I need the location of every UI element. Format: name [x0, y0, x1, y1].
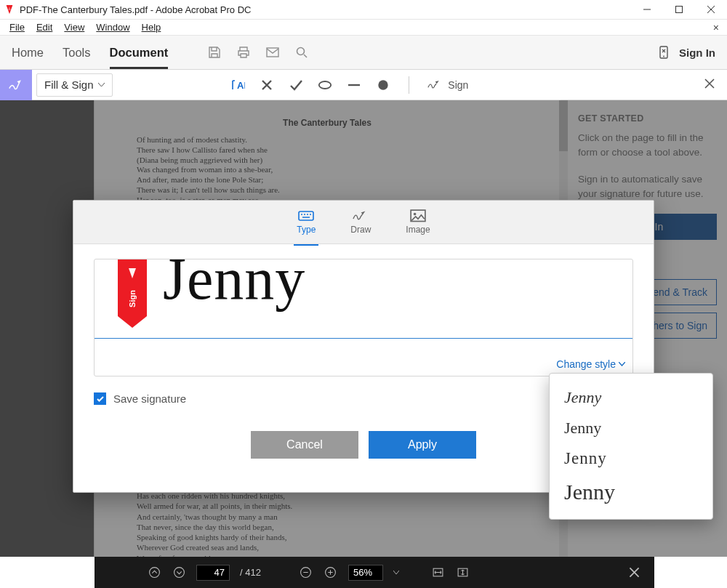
save-signature-checkbox[interactable] [94, 392, 106, 405]
menu-close-icon[interactable]: × [713, 22, 723, 33]
style-option-0[interactable]: Jenny [550, 382, 712, 413]
style-popover: Jenny Jenny Jenny Jenny [549, 373, 713, 520]
svg-rect-1 [267, 48, 278, 57]
window-title: PDF-The Canterbury Tales.pdf - Adobe Acr… [20, 4, 251, 15]
chevron-down-icon [619, 362, 625, 366]
image-icon [410, 209, 426, 222]
dialog-tab-type-label: Type [297, 225, 316, 235]
svg-rect-14 [299, 212, 313, 220]
sign-in-label: Sign In [679, 47, 715, 59]
zoom-input[interactable]: 56% [348, 565, 383, 581]
fit-width-icon[interactable] [431, 565, 446, 580]
title-bar: PDF-The Canterbury Tales.pdf - Adobe Acr… [0, 0, 727, 20]
svg-point-9 [174, 568, 184, 578]
svg-point-6 [319, 81, 331, 89]
style-option-1[interactable]: Jenny [550, 413, 712, 443]
bottom-bar: / 412 56% [95, 557, 654, 588]
close-button[interactable] [695, 0, 727, 20]
dialog-tabs: Type Draw Image [73, 201, 654, 244]
fill-sign-toolbar: Fill & Sign Ab Sign [0, 70, 727, 100]
sign-in[interactable]: Sign In [656, 44, 715, 60]
save-signature-label: Save signature [113, 392, 186, 405]
menu-view[interactable]: View [58, 22, 90, 33]
menu-bar: File Edit View Window Help × [0, 20, 727, 36]
search-icon[interactable] [294, 44, 310, 60]
cancel-button[interactable]: Cancel [251, 431, 358, 459]
svg-point-8 [149, 568, 159, 578]
top-nav: Home Tools Document Sign In [0, 36, 727, 70]
fit-page-icon[interactable] [456, 565, 470, 580]
keyboard-icon [298, 209, 314, 222]
page-up-icon[interactable] [147, 565, 161, 580]
acrobat-ribbon-icon [126, 267, 139, 280]
dialog-tab-image-label: Image [406, 225, 430, 235]
page-number-input[interactable] [196, 565, 230, 581]
apply-button[interactable]: Apply [369, 431, 476, 459]
chevron-down-icon [98, 83, 105, 87]
signature-baseline [95, 338, 632, 339]
change-style-link[interactable]: Change style [556, 358, 625, 370]
tab-tools[interactable]: Tools [63, 46, 91, 60]
svg-point-4 [663, 56, 664, 57]
dialog-tab-image[interactable]: Image [404, 206, 431, 238]
svg-text:Ab: Ab [237, 80, 245, 91]
tab-home[interactable]: Home [12, 46, 44, 60]
close-toolbar-icon[interactable] [704, 78, 715, 92]
sign-ribbon-label: Sign [128, 290, 137, 307]
mail-icon[interactable] [265, 44, 281, 60]
change-style-label: Change style [556, 358, 616, 370]
sign-button[interactable]: Sign [427, 77, 468, 93]
print-icon[interactable] [236, 44, 252, 60]
fill-tools: Ab Sign [230, 76, 468, 94]
fill-sign-dropdown[interactable]: Fill & Sign [36, 73, 113, 97]
signature-input-area[interactable]: Sign Jenny Change style [94, 259, 633, 376]
chevron-down-icon[interactable] [393, 571, 399, 575]
menu-edit[interactable]: Edit [31, 22, 58, 33]
bottom-close-icon[interactable] [627, 565, 641, 580]
mobile-sync-icon [656, 44, 672, 60]
dialog-tab-draw-label: Draw [350, 225, 371, 235]
signature-preview: Jenny [163, 245, 305, 313]
minimize-button[interactable] [631, 0, 663, 20]
page-down-icon[interactable] [172, 565, 186, 580]
line-icon[interactable] [346, 77, 362, 93]
sign-ribbon: Sign [118, 259, 147, 316]
zoom-out-icon[interactable] [299, 565, 313, 580]
signature-icon [427, 77, 443, 93]
zoom-in-icon[interactable] [324, 565, 338, 580]
svg-rect-0 [676, 7, 683, 13]
draw-icon [353, 209, 369, 222]
acrobat-icon [4, 4, 15, 15]
page-total: / 412 [240, 567, 261, 578]
svg-point-2 [297, 48, 305, 55]
separator [409, 76, 409, 94]
dialog-tab-type[interactable]: Type [295, 206, 317, 238]
sign-label: Sign [448, 79, 468, 91]
menu-window[interactable]: Window [90, 22, 135, 33]
bottom-bar-container: / 412 56% [0, 557, 727, 588]
add-text-icon[interactable]: Ab [230, 77, 246, 93]
check-mark-icon[interactable] [288, 77, 304, 93]
menu-help[interactable]: Help [136, 22, 167, 33]
tab-document[interactable]: Document [110, 46, 169, 60]
maximize-button[interactable] [663, 0, 695, 20]
save-icon[interactable] [206, 44, 222, 60]
fill-sign-label: Fill & Sign [44, 78, 94, 91]
svg-point-16 [414, 213, 417, 216]
svg-point-7 [379, 80, 388, 89]
dialog-tab-draw[interactable]: Draw [349, 206, 372, 238]
style-option-3[interactable]: Jenny [550, 474, 712, 510]
style-option-2[interactable]: Jenny [550, 443, 712, 474]
fill-sign-icon[interactable] [0, 70, 32, 100]
oval-icon[interactable] [317, 77, 333, 93]
dot-icon[interactable] [375, 77, 391, 93]
x-mark-icon[interactable] [259, 77, 275, 93]
menu-file[interactable]: File [4, 22, 31, 33]
